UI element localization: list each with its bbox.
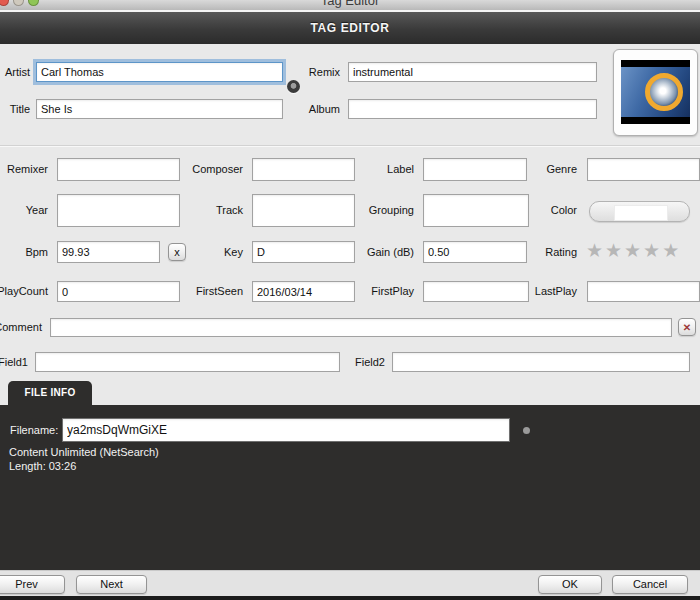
- title-label: Title: [0, 103, 30, 115]
- next-button[interactable]: Next: [76, 575, 147, 594]
- album-label: Album: [230, 103, 340, 115]
- rating-stars[interactable]: ★★★★★: [586, 241, 681, 260]
- remix-input[interactable]: [348, 62, 597, 82]
- track-length-text: Length: 03:26: [9, 460, 76, 472]
- album-art-background: [621, 67, 690, 117]
- comment-clear-button[interactable]: ✕: [678, 318, 696, 336]
- color-chip: [614, 205, 668, 221]
- firstseen-label: FirstSeen: [133, 285, 243, 297]
- bpm-label: Bpm: [0, 246, 48, 258]
- artist-label: Artist: [0, 66, 30, 78]
- comment-input[interactable]: [50, 318, 672, 337]
- track-label: Track: [133, 204, 243, 216]
- genre-label: Genre: [467, 163, 577, 175]
- dialog-title: TAG EDITOR: [0, 21, 700, 35]
- content-source-text: Content Unlimited (NetSearch): [9, 446, 159, 458]
- ok-button[interactable]: OK: [538, 575, 602, 594]
- lastplay-input[interactable]: [587, 281, 700, 302]
- color-swatch-button[interactable]: [589, 201, 690, 222]
- cancel-button[interactable]: Cancel: [612, 575, 688, 594]
- key-label: Key: [133, 246, 243, 258]
- composer-label: Composer: [133, 163, 243, 175]
- tag-editor-dialog: Tag Editor TAG EDITOR Artist Remix Title…: [0, 0, 700, 600]
- genre-input[interactable]: [587, 158, 700, 181]
- remixer-label: Remixer: [0, 163, 48, 175]
- remix-label: Remix: [230, 66, 340, 78]
- album-art-image: [621, 60, 690, 124]
- grouping-label: Grouping: [304, 204, 414, 216]
- field2-label: Field2: [275, 356, 385, 368]
- lastplay-label: LastPlay: [467, 285, 577, 297]
- prev-button[interactable]: Prev: [0, 575, 65, 594]
- comment-label: Comment: [0, 321, 42, 333]
- album-art[interactable]: [613, 49, 698, 136]
- color-label: Color: [467, 204, 577, 216]
- album-input[interactable]: [348, 99, 597, 119]
- gain-label: Gain (dB): [304, 246, 414, 258]
- filename-label: Filename:: [10, 424, 58, 436]
- tab-file-info[interactable]: FILE INFO: [8, 381, 92, 405]
- firstplay-label: FirstPlay: [304, 285, 414, 297]
- playcount-label: PlayCount: [0, 285, 48, 297]
- window-title: Tag Editor: [0, 0, 700, 8]
- rating-label: Rating: [467, 246, 577, 258]
- dialog-header: TAG EDITOR: [0, 12, 700, 44]
- background-app-strip: [0, 596, 700, 600]
- record-dot-button[interactable]: [287, 80, 300, 93]
- filename-input[interactable]: [62, 418, 510, 442]
- field2-input[interactable]: [392, 352, 690, 372]
- section-divider-highlight: [0, 146, 700, 147]
- field1-label: Field1: [0, 356, 28, 368]
- label-label: Label: [304, 163, 414, 175]
- year-label: Year: [0, 204, 48, 216]
- filename-status-dot: [523, 427, 530, 434]
- window-titlebar: Tag Editor: [0, 0, 700, 10]
- clear-x-icon: ✕: [683, 322, 691, 333]
- speaker-ring-graphic: [645, 73, 683, 111]
